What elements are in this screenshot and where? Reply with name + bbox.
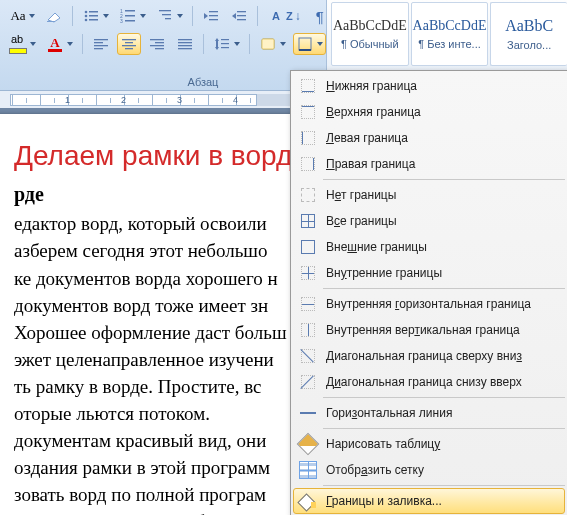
clear-format-button[interactable]	[42, 5, 66, 27]
svg-rect-34	[155, 42, 164, 43]
style-tile-heading[interactable]: AaBbC Заголо...	[490, 2, 567, 66]
svg-point-6	[85, 19, 88, 22]
svg-rect-3	[89, 11, 98, 13]
border-in-h-icon	[294, 292, 322, 316]
borders-split-button[interactable]	[293, 33, 326, 55]
indent-decrease-icon	[202, 7, 220, 25]
svg-text:3: 3	[120, 18, 123, 24]
svg-rect-28	[94, 48, 103, 49]
highlight-button[interactable]: ab	[6, 33, 39, 55]
doc-line: эжет целенаправленное изучени	[14, 347, 296, 372]
align-right-button[interactable]	[145, 33, 169, 55]
doc-line: ке документов ворда хорошего н	[14, 266, 296, 291]
indent-decrease-button[interactable]	[199, 5, 223, 27]
svg-rect-26	[94, 42, 103, 43]
svg-marker-43	[215, 47, 219, 50]
style-tile-normal[interactable]: AaBbCcDdE ¶ Обычный	[331, 2, 409, 66]
menu-item-label: Все границы	[326, 214, 397, 228]
show-grid-icon	[294, 458, 322, 482]
menu-item-draw-table[interactable]: Нарисовать таблицу	[293, 431, 565, 457]
menu-item-border-top[interactable]: Верхняя граница	[293, 99, 565, 125]
align-justify-button[interactable]	[173, 33, 197, 55]
menu-item-border-bottom[interactable]: Нижняя граница	[293, 73, 565, 99]
multilevel-button[interactable]	[153, 5, 186, 27]
svg-rect-35	[150, 45, 164, 46]
line-spacing-button[interactable]	[210, 33, 243, 55]
align-center-icon	[120, 35, 138, 53]
doc-line: ть рамку в ворде. Простите, вс	[14, 374, 296, 399]
border-diag-up-icon	[294, 370, 322, 394]
border-left-icon	[294, 126, 322, 150]
bullets-button[interactable]	[79, 5, 112, 27]
menu-separator	[323, 485, 565, 486]
menu-item-label: Нет границы	[326, 188, 396, 202]
svg-rect-19	[209, 19, 218, 20]
shading-button[interactable]	[256, 33, 289, 55]
svg-point-4	[85, 15, 88, 18]
menu-item-show-grid[interactable]: Отобразить сетку	[293, 457, 565, 483]
hline-icon	[294, 401, 322, 425]
menu-item-label: Левая граница	[326, 131, 408, 145]
menu-item-hline[interactable]: Горизонтальная линия	[293, 400, 565, 426]
indent-increase-icon	[230, 7, 248, 25]
menu-item-label: Нижняя граница	[326, 79, 417, 93]
menu-item-border-none[interactable]: Нет границы	[293, 182, 565, 208]
border-inside-icon	[294, 261, 322, 285]
doc-line: Хорошее оформление даст больш	[14, 320, 296, 345]
change-case-button[interactable]: Aa	[6, 5, 38, 27]
style-tile-no-spacing[interactable]: AaBbCcDdE ¶ Без инте...	[411, 2, 489, 66]
sort-button[interactable]: A Z ↓	[264, 5, 304, 27]
svg-rect-31	[122, 45, 136, 46]
doc-line: оздания рамки в этой программ	[14, 455, 296, 480]
borders-shading-icon	[294, 489, 322, 513]
svg-marker-41	[215, 38, 219, 41]
menu-item-border-left[interactable]: Левая граница	[293, 125, 565, 151]
page[interactable]: Делаем рамки в ворде рде едактор ворд, к…	[0, 114, 310, 515]
menu-item-border-diag-up[interactable]: Диагональная граница снизу вверх	[293, 369, 565, 395]
align-justify-icon	[176, 35, 194, 53]
menu-item-label: Диагональная граница сверху вниз	[326, 349, 522, 363]
svg-rect-11	[125, 15, 135, 17]
menu-item-border-inside[interactable]: Внутренние границы	[293, 260, 565, 286]
svg-rect-29	[122, 39, 136, 40]
draw-table-icon	[294, 432, 322, 456]
doc-line: оторые льются потоком.	[14, 401, 296, 426]
menu-item-borders-shading[interactable]: Границы и заливка...	[293, 488, 565, 514]
svg-rect-45	[221, 43, 229, 44]
border-diag-dn-icon	[294, 344, 322, 368]
numbering-button[interactable]: 123	[116, 5, 149, 27]
svg-rect-16	[165, 18, 171, 19]
menu-separator	[323, 179, 565, 180]
border-right-icon	[294, 152, 322, 176]
menu-item-border-diag-dn[interactable]: Диагональная граница сверху вниз	[293, 343, 565, 369]
svg-rect-21	[237, 11, 246, 12]
eraser-icon	[45, 7, 63, 25]
menu-item-border-outside[interactable]: Внешние границы	[293, 234, 565, 260]
sort-icon: A	[267, 7, 285, 25]
align-left-button[interactable]	[89, 33, 113, 55]
menu-item-label: Внешние границы	[326, 240, 427, 254]
border-all-icon	[294, 209, 322, 233]
menu-item-border-right[interactable]: Правая граница	[293, 151, 565, 177]
group-label-paragraph: Абзац	[88, 76, 318, 88]
font-color-button[interactable]: A	[43, 33, 76, 55]
align-center-button[interactable]	[117, 33, 141, 55]
styles-gallery: AaBbCcDdE ¶ Обычный AaBbCcDdE ¶ Без инте…	[326, 0, 567, 76]
numbering-icon: 123	[119, 7, 137, 25]
borders-dropdown: Нижняя границаВерхняя границаЛевая грани…	[290, 70, 567, 515]
doc-line: зовать ворд по полной програм	[14, 482, 296, 507]
menu-item-border-in-h[interactable]: Внутренняя горизонтальная граница	[293, 291, 565, 317]
svg-rect-36	[155, 48, 164, 49]
align-left-icon	[92, 35, 110, 53]
svg-rect-32	[125, 48, 133, 49]
menu-item-border-in-v[interactable]: Внутренняя вертикальная граница	[293, 317, 565, 343]
svg-marker-24	[232, 13, 236, 19]
menu-separator	[323, 397, 565, 398]
menu-item-border-all[interactable]: Все границы	[293, 208, 565, 234]
svg-rect-22	[237, 15, 246, 16]
doc-line: документам красивый вид, они	[14, 428, 296, 453]
indent-increase-button[interactable]	[227, 5, 251, 27]
svg-rect-1	[47, 21, 55, 22]
page-subtitle: рде	[14, 181, 296, 207]
svg-rect-42	[216, 41, 218, 47]
